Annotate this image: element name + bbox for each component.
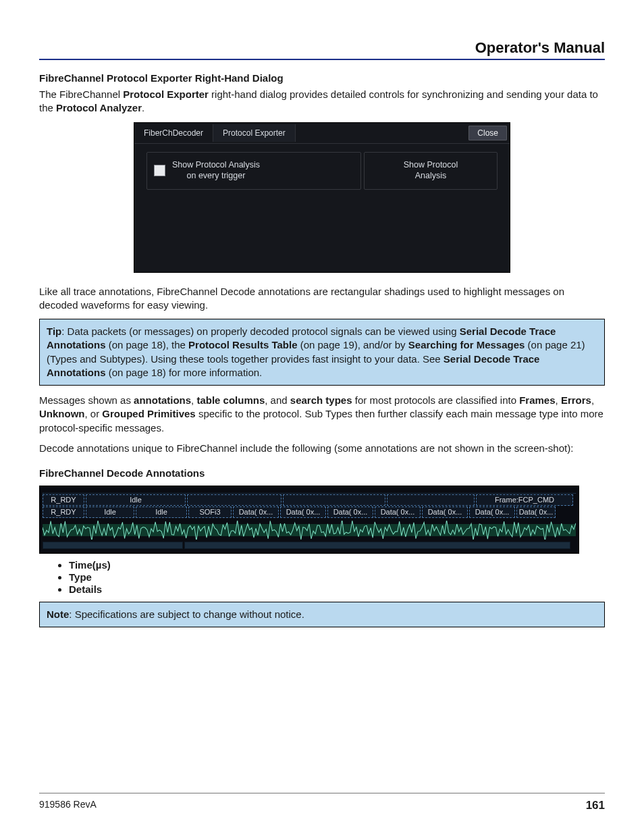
text: : Specifications are subject to change w…: [69, 608, 304, 620]
text-bold: Protocol Exporter: [123, 88, 209, 100]
tab-protocol-exporter[interactable]: Protocol Exporter: [213, 124, 296, 142]
page-number: 161: [586, 799, 605, 812]
list-item: Type: [69, 571, 605, 583]
header-title: Operator's Manual: [475, 39, 605, 56]
text: , and: [265, 394, 290, 406]
waveform-annotation-row-2: R_RDYIdleIdleSOFi3Data( 0x...Data( 0x...…: [43, 506, 576, 518]
waveform-cell: Data( 0x...: [327, 506, 373, 518]
list-item: Details: [69, 583, 605, 595]
checkbox-label: Show Protocol Analysis on every trigger: [172, 160, 260, 181]
waveform-cell: [283, 494, 385, 506]
page-footer: 919586 RevA 161: [39, 793, 605, 812]
waveform-cell: Data( 0x...: [280, 506, 326, 518]
show-analysis-every-trigger-checkbox[interactable]: [154, 165, 165, 176]
text: .: [142, 102, 144, 113]
text: (on page 18), the: [106, 339, 189, 350]
text-bold: Errors: [561, 394, 591, 406]
text-line: on every trigger: [172, 171, 260, 182]
para-classification: Messages shown as annotations, table col…: [39, 394, 605, 435]
text-bold: Unknown: [39, 408, 85, 419]
show-analysis-every-trigger-group: Show Protocol Analysis on every trigger: [146, 152, 361, 190]
text: , or: [85, 408, 103, 419]
waveform-cell: R_RDY: [43, 494, 84, 506]
text: for most protocols are classified into: [352, 394, 520, 406]
text-line: Show Protocol: [404, 160, 458, 171]
waveform-ruler-top: [43, 489, 576, 494]
tip-lead: Tip: [47, 325, 61, 337]
text-bold: annotations: [134, 394, 191, 406]
tab-fiberchdecoder[interactable]: FiberChDecoder: [134, 124, 213, 142]
page-header: Operator's Manual: [39, 39, 605, 60]
text-bold: Grouped Primitives: [102, 408, 195, 419]
text-line: Show Protocol Analysis: [172, 160, 260, 171]
waveform-cell: SOFi3: [188, 506, 232, 518]
text: ,: [556, 394, 561, 406]
annotation-field-list: Time(µs) Type Details: [39, 559, 605, 595]
text: Messages shown as: [39, 394, 134, 406]
waveform-cell: Data( 0x...: [422, 506, 468, 518]
text: : Data packets (or messages) on properly…: [61, 325, 460, 337]
waveform-cell: Data( 0x...: [469, 506, 515, 518]
dialog-tab-bar: FiberChDecoder Protocol Exporter Close: [134, 123, 510, 144]
text: ,: [591, 394, 594, 406]
waveform-cell: Data( 0x...: [516, 506, 556, 518]
waveform-cell: Data( 0x...: [233, 506, 279, 518]
dialog-body: Show Protocol Analysis on every trigger …: [134, 144, 510, 272]
waveform-cell: [187, 494, 281, 506]
doc-id: 919586 RevA: [39, 799, 97, 812]
text-bold: Protocol Analyzer: [56, 102, 142, 113]
waveform-cell: Idle: [86, 506, 134, 518]
button-label: Show Protocol Analysis: [404, 160, 458, 181]
text-line: Analysis: [404, 171, 458, 182]
section-heading-exporter: FibreChannel Protocol Exporter Right-Han…: [39, 72, 605, 84]
waveform-cell: Idle: [136, 506, 187, 518]
waveform-annotation-row-1: R_RDYIdleFrame:FCP_CMD: [43, 494, 576, 506]
waveform-figure: R_RDYIdleFrame:FCP_CMD R_RDYIdleIdleSOFi…: [39, 486, 579, 554]
section-heading-decode-annotations: FibreChannel Decode Annotations: [39, 467, 605, 479]
waveform-cell: [387, 494, 475, 506]
para-unique-annotations: Decode annotations unique to FibreChanne…: [39, 442, 605, 455]
text: (on page 19), and/or by: [298, 339, 408, 350]
text-bold: Protocol Results Table: [188, 339, 297, 350]
show-protocol-analysis-button[interactable]: Show Protocol Analysis: [364, 152, 498, 190]
tip-box: Tip: Data packets (or messages) on prope…: [39, 319, 605, 386]
text-bold: table columns: [196, 394, 265, 406]
list-item: Time(µs): [69, 559, 605, 571]
text-bold: search types: [290, 394, 352, 406]
para-exporter-intro: The FibreChannel Protocol Exporter right…: [39, 88, 605, 115]
waveform-cell: R_RDY: [43, 506, 84, 518]
text: The FibreChannel: [39, 88, 123, 100]
text-bold: Searching for Messages: [408, 339, 525, 350]
waveform-signal-trace: [43, 521, 576, 540]
para-annotations-desc: Like all trace annotations, FibreChannel…: [39, 285, 605, 313]
waveform-bottom-segment: [43, 542, 183, 549]
note-lead: Note: [47, 608, 69, 620]
waveform-cell: Idle: [86, 494, 186, 506]
waveform-bottom-bar: [43, 542, 576, 549]
text: (on page 18) for more information.: [106, 367, 263, 378]
waveform-cell: Frame:FCP_CMD: [476, 494, 573, 506]
protocol-exporter-dialog: FiberChDecoder Protocol Exporter Close S…: [134, 122, 510, 273]
note-box: Note: Specifications are subject to chan…: [39, 602, 605, 627]
waveform-cell: Data( 0x...: [375, 506, 421, 518]
waveform-bottom-segment: [184, 542, 570, 549]
close-button[interactable]: Close: [468, 126, 507, 140]
text-bold: Frames: [519, 394, 555, 406]
